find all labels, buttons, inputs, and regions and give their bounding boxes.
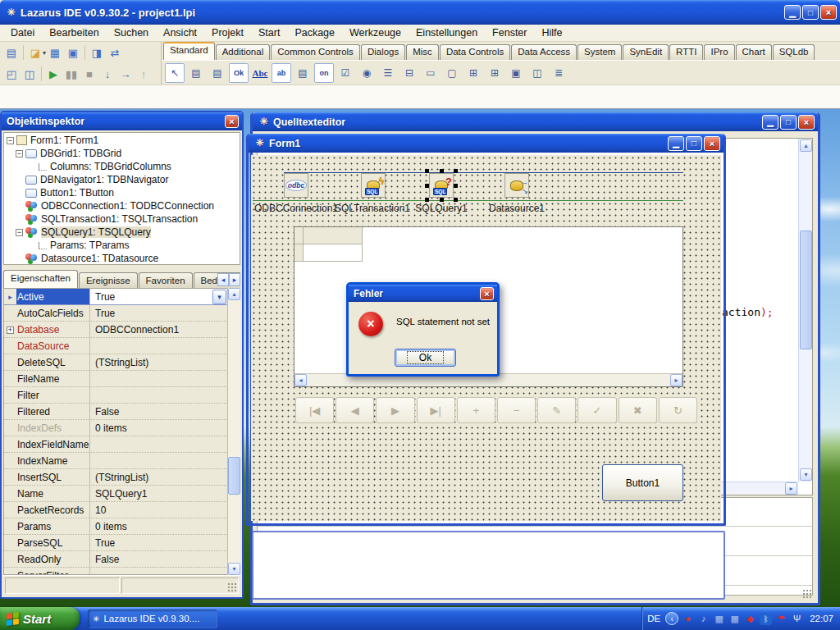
tab-eigenschaften[interactable]: Eigenschaften — [3, 270, 78, 288]
property-value[interactable]: SQLQuery1 — [89, 486, 226, 501]
property-name[interactable]: AutoCalcFields — [16, 308, 89, 319]
property-name[interactable]: InsertSQL — [16, 472, 89, 483]
tpanel-icon[interactable]: ▣ — [506, 63, 526, 83]
tab-rtti[interactable]: RTTI — [669, 44, 703, 60]
stop-icon[interactable]: ■ — [80, 65, 98, 83]
tree-item-sqlquery1[interactable]: − SQLQuery1: TSQLQuery — [4, 226, 240, 239]
tab-sqldb[interactable]: SQLdb — [773, 44, 815, 60]
nav-post-button[interactable]: ✓ — [578, 397, 616, 423]
new-unit-icon[interactable]: ▤ — [2, 43, 21, 62]
dialog-titlebar[interactable]: Fehler × — [349, 285, 497, 302]
tray-collapse-icon[interactable]: ‹ — [665, 612, 678, 625]
menu-ansicht[interactable]: Ansicht — [156, 25, 204, 40]
red-ball-icon[interactable]: ● — [682, 613, 694, 625]
selection-handle[interactable] — [454, 198, 458, 202]
property-name[interactable]: FileName — [16, 373, 89, 385]
ok-button[interactable]: Ok — [395, 349, 456, 367]
property-row-database[interactable]: + Database ODBCConnection1 — [4, 322, 240, 338]
property-value[interactable]: True — [89, 305, 226, 321]
editor-close-button[interactable]: × — [798, 115, 815, 130]
tradiobutton-icon[interactable]: ◉ — [357, 63, 377, 83]
main-titlebar[interactable]: ✳ Lazarus IDE v0.9.30.2 - project1.lpi ▁… — [0, 0, 840, 25]
pause-icon[interactable]: ▮▮ — [62, 65, 80, 83]
property-grid-scrollbar[interactable]: ▴ ▾ — [227, 288, 240, 575]
tab-standard[interactable]: Standard — [163, 42, 215, 60]
tab-scroll-right-icon[interactable]: ▸ — [229, 273, 240, 286]
property-row-name[interactable]: Name SQLQuery1 — [4, 486, 240, 502]
tree-item-dbnavigator1[interactable]: DBNavigator1: TDBNavigator — [4, 173, 240, 186]
ttogglebox-icon[interactable]: on — [314, 63, 334, 83]
scroll-left-icon[interactable]: ◂ — [294, 374, 307, 386]
selection-handle[interactable] — [425, 184, 429, 188]
tree-item-dbgrid1[interactable]: − DBGrid1: TDBGrid — [4, 147, 240, 160]
scroll-down-icon[interactable]: ▾ — [800, 468, 812, 481]
scroll-down-icon[interactable]: ▾ — [228, 563, 240, 575]
editor-titlebar[interactable]: ✳ Quelltexteditor ▁ □ × — [253, 112, 818, 131]
network-disconnected-icon[interactable]: ▦ — [713, 613, 725, 625]
property-value[interactable]: False — [89, 551, 226, 567]
property-row-filter[interactable]: Filter — [4, 387, 240, 404]
property-value[interactable]: 10 — [89, 502, 226, 518]
property-value[interactable]: (TStringList) — [89, 469, 226, 485]
menu-projekt[interactable]: Projekt — [204, 25, 251, 40]
volume-muted-icon[interactable]: ♪ — [697, 613, 710, 625]
form-titlebar[interactable]: ✳ Form1 ▁ □ × — [249, 134, 724, 153]
tab-data-controls[interactable]: Data Controls — [440, 44, 510, 60]
tab-misc[interactable]: Misc — [406, 44, 439, 60]
avira-antivirus-icon[interactable]: ☂ — [775, 613, 788, 625]
minimize-button[interactable]: ▁ — [784, 5, 801, 20]
tedit-icon[interactable]: ab — [272, 63, 291, 83]
selection-handle[interactable] — [440, 169, 444, 173]
menu-fenster[interactable]: Fenster — [485, 25, 534, 40]
property-row-parsesql[interactable]: ParseSQL True — [4, 535, 240, 551]
step-into-icon[interactable]: ↓ — [98, 65, 116, 83]
scroll-thumb[interactable] — [800, 231, 812, 349]
property-name[interactable]: IndexDefs — [16, 422, 89, 434]
tab-ipro[interactable]: IPro — [704, 44, 734, 60]
property-name[interactable]: ReadOnly — [16, 554, 89, 565]
selection-handle[interactable] — [454, 169, 458, 173]
property-row-filtered[interactable]: Filtered False — [4, 404, 240, 420]
tcombobox-icon[interactable]: ⊟ — [399, 63, 419, 83]
tlabel-icon[interactable]: Abc — [250, 63, 270, 83]
nav-prior-button[interactable]: ◀ — [336, 397, 374, 423]
selection-handle[interactable] — [440, 198, 444, 202]
property-name[interactable]: PacketRecords — [16, 504, 89, 516]
tab-chart[interactable]: Chart — [736, 44, 772, 60]
step-over-icon[interactable]: → — [116, 65, 135, 83]
property-name[interactable]: ParseSQL — [16, 537, 89, 549]
property-name[interactable]: Active — [16, 289, 89, 304]
resize-grip[interactable] — [802, 589, 813, 600]
form-maximize-button[interactable]: □ — [686, 136, 702, 151]
network-disconnected-icon[interactable]: ▦ — [728, 613, 741, 625]
tab-scroll-left-icon[interactable]: ◂ — [217, 273, 229, 286]
property-value[interactable]: True — [89, 535, 226, 550]
tmainmenu-icon[interactable]: ▤ — [186, 63, 206, 83]
tab-synedit[interactable]: SynEdit — [623, 44, 669, 60]
editor-maximize-button[interactable]: □ — [780, 115, 797, 130]
property-value[interactable] — [89, 568, 226, 575]
menu-bearbeiten[interactable]: Bearbeiten — [42, 25, 106, 40]
wireless-disconnected-icon[interactable]: Ψ — [791, 613, 803, 625]
tpopupmenu-icon[interactable]: ▤ — [208, 63, 227, 83]
nav-edit-button[interactable]: ✎ — [537, 397, 576, 423]
property-row-indexdefs[interactable]: IndexDefs 0 items — [4, 420, 240, 436]
language-indicator[interactable]: DE — [647, 614, 660, 623]
nav-next-button[interactable]: ▶ — [376, 397, 414, 423]
property-row-datasource[interactable]: DataSource — [4, 338, 240, 354]
property-name[interactable]: DataSource — [16, 340, 89, 352]
property-value[interactable] — [89, 436, 226, 452]
collapse-icon[interactable]: − — [7, 137, 14, 144]
scroll-right-icon[interactable]: ▸ — [670, 374, 682, 386]
property-row-autocalcfields[interactable]: AutoCalcFields True — [4, 305, 240, 322]
selection-handle[interactable] — [425, 169, 429, 173]
scroll-up-icon[interactable]: ▴ — [800, 139, 812, 152]
view-units-icon[interactable]: ⇄ — [106, 43, 124, 62]
tree-item-form1[interactable]: − Form1: TForm1 — [4, 134, 240, 147]
selection-handle[interactable] — [454, 184, 458, 188]
nav-delete-button[interactable]: − — [497, 397, 536, 423]
property-row-clipped[interactable]: ServerFilter — [4, 568, 240, 575]
property-row-active[interactable]: ▸ Active True ▾ — [4, 289, 240, 305]
nav-last-button[interactable]: ▶| — [417, 397, 455, 423]
property-value[interactable] — [89, 371, 226, 386]
